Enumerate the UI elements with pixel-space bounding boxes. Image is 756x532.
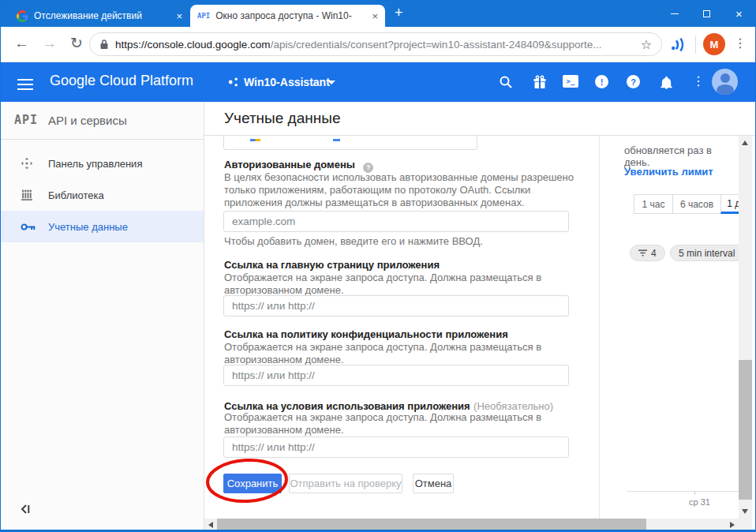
sidebar-item-credentials[interactable]: Учетные данные: [1, 211, 204, 242]
horizontal-scrollbar[interactable]: [204, 519, 739, 530]
project-icon: [228, 77, 239, 88]
browser-tab-inactive[interactable]: Отслеживание действий ×: [10, 6, 189, 26]
sidebar: API API и сервисы Панель управления: [1, 102, 204, 530]
gcp-product-title[interactable]: Google Cloud Platform: [50, 73, 193, 89]
scroll-right-arrow-icon[interactable]: [730, 522, 735, 528]
filter-count: 4: [651, 248, 657, 259]
main-content: Авторизованные домены ? В целях безопасн…: [204, 136, 739, 519]
vertical-scrollbar[interactable]: [739, 136, 752, 519]
google-g-icon: [17, 10, 28, 22]
terms-link-input[interactable]: [223, 436, 569, 458]
authorized-domains-label: Авторизованные домены: [224, 159, 355, 170]
increase-limit-link[interactable]: Увеличить лимит: [624, 166, 713, 178]
range-6h-button[interactable]: 6 часов: [672, 194, 721, 214]
sidebar-header: API API и сервисы: [1, 102, 204, 140]
search-icon[interactable]: [496, 73, 515, 92]
help-icon[interactable]: ?: [627, 75, 640, 88]
tab-title: Отслеживание действий: [34, 10, 142, 21]
sidebar-item-label: Учетные данные: [48, 221, 128, 233]
sidebar-item-label: Библиотека: [48, 189, 104, 201]
chart-axis-tick: [694, 491, 695, 495]
lock-icon: [99, 39, 109, 50]
maximize-button[interactable]: [691, 1, 723, 26]
browser-window: Отслеживание действий × API Окно запроса…: [0, 0, 756, 532]
streaming-icon[interactable]: [671, 38, 687, 51]
minimize-button[interactable]: [658, 1, 691, 26]
new-tab-button[interactable]: +: [395, 5, 403, 21]
scrollbar-corner: [739, 519, 752, 530]
authorized-domain-input[interactable]: [223, 211, 569, 232]
tab-close-icon[interactable]: ×: [176, 11, 182, 21]
quota-updated-text: обновляется раз в день.: [624, 144, 739, 168]
scroll-down-arrow-icon[interactable]: [742, 509, 748, 514]
browser-menu-icon[interactable]: ⋮: [734, 36, 747, 51]
horizontal-scrollbar-thumb[interactable]: [217, 519, 646, 530]
interval-chip[interactable]: 5 min interval: [670, 245, 739, 261]
cancel-button[interactable]: Отмена: [413, 474, 454, 493]
sidebar-item-library[interactable]: Библиотека: [1, 179, 204, 211]
close-button[interactable]: ×: [723, 1, 755, 26]
url-host: https://console.cloud.google.com: [115, 39, 271, 51]
homepage-link-label: Ссылка на главную страницу приложения: [224, 259, 440, 271]
gift-icon[interactable]: [530, 73, 549, 92]
vertical-scrollbar-thumb[interactable]: [739, 360, 752, 500]
page-header: Учетные данные: [204, 102, 756, 136]
bookmark-star-icon[interactable]: ☆: [641, 37, 652, 52]
hamburger-menu-icon[interactable]: [17, 76, 33, 93]
gcp-header: Google Cloud Platform Win10-Assistant >_: [1, 62, 755, 102]
address-bar[interactable]: https://console.cloud.google.com/apis/cr…: [89, 32, 662, 56]
key-icon: [21, 223, 36, 231]
notifications-bell-icon[interactable]: [657, 73, 676, 92]
privacy-link-description: Отображается на экране запроса доступа. …: [224, 341, 584, 366]
filter-chip[interactable]: 4: [630, 245, 665, 261]
cloud-shell-icon[interactable]: >_: [563, 75, 578, 88]
tab-title: Окно запроса доступа - Win10-: [215, 10, 351, 21]
terms-link-description: Отображается на экране запроса доступа. …: [224, 411, 584, 436]
forward-button[interactable]: →: [42, 36, 57, 51]
sidebar-title: API и сервисы: [48, 114, 127, 127]
browser-profile-avatar[interactable]: M: [703, 33, 725, 55]
range-1h-button[interactable]: 1 час: [634, 194, 673, 214]
chart-axis-tick-label: ср 31: [689, 497, 710, 507]
refresh-button[interactable]: ↻: [70, 36, 83, 51]
project-selector[interactable]: Win10-Assistant: [244, 76, 330, 88]
terms-link-label: Ссылка на условия использования приложен…: [224, 400, 470, 412]
window-controls: ×: [658, 1, 755, 26]
gcp-account-avatar[interactable]: [712, 69, 738, 95]
save-button[interactable]: Сохранить: [223, 474, 282, 493]
scroll-left-arrow-icon[interactable]: [208, 522, 213, 528]
submit-for-review-button[interactable]: Отправить на проверку: [289, 474, 402, 493]
title-bar: Отслеживание действий × API Окно запроса…: [1, 1, 755, 27]
api-logo-icon: API: [197, 12, 210, 20]
sidebar-item-dashboard[interactable]: Панель управления: [1, 148, 204, 179]
gcp-more-menu-icon[interactable]: ⋮: [692, 73, 705, 88]
range-1d-button[interactable]: 1 де: [720, 194, 739, 214]
interval-label: 5 min interval: [679, 248, 735, 259]
feedback-icon[interactable]: !: [595, 75, 608, 88]
filter-icon: [638, 249, 647, 257]
scroll-up-arrow-icon[interactable]: [742, 140, 748, 145]
browser-toolbar: ← → ↻ https://console.cloud.google.com/a…: [1, 27, 755, 62]
truncated-field[interactable]: [223, 136, 477, 150]
privacy-link-input[interactable]: [223, 365, 569, 386]
tab-close-icon[interactable]: ×: [372, 11, 378, 21]
library-icon: [21, 189, 33, 201]
privacy-link-label: Ссылка на политику конфиденциальности пр…: [224, 328, 508, 340]
url-path: /apis/credentials/consent?project=win10-…: [271, 39, 602, 51]
homepage-link-description: Отображается на экране запроса доступа. …: [224, 272, 584, 297]
panel-divider: [599, 136, 600, 519]
api-logo-icon: API: [14, 113, 38, 127]
sidebar-collapse-icon[interactable]: [19, 504, 32, 515]
back-button[interactable]: ←: [14, 36, 29, 51]
sidebar-item-label: Панель управления: [48, 158, 142, 170]
homepage-link-input[interactable]: [223, 295, 569, 317]
dashboard-icon: [21, 157, 33, 170]
browser-tab-active[interactable]: API Окно запроса доступа - Win10- ×: [190, 5, 385, 27]
chevron-down-icon[interactable]: [327, 81, 335, 84]
toolbar-divider: [695, 36, 696, 54]
page-title: Учетные данные: [224, 110, 340, 127]
chart-axis-line: [627, 491, 739, 492]
authorized-domain-helper: Чтобы добавить домен, введите его и нажм…: [224, 235, 483, 248]
terms-link-optional: (Необязательно): [473, 400, 553, 412]
